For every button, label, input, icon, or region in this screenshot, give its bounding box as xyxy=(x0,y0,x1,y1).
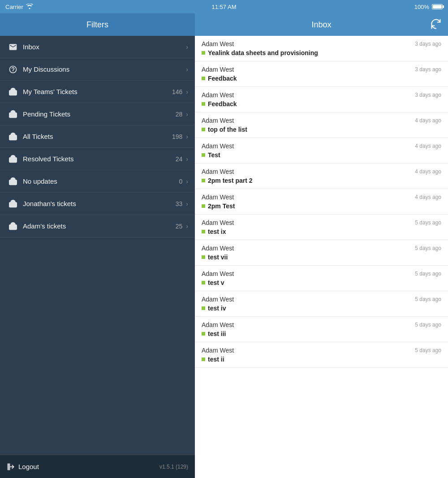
inbox-time: 5 days ago xyxy=(415,347,441,353)
inbox-item[interactable]: Adam West 3 days ago Yealink data sheets… xyxy=(195,36,448,61)
inbox-item[interactable]: Adam West 5 days ago test vii xyxy=(195,240,448,266)
inbox-item[interactable]: Adam West 5 days ago test iv xyxy=(195,291,448,317)
status-dot xyxy=(202,102,205,106)
jonathans-tickets-chevron-icon: › xyxy=(186,200,188,207)
status-dot xyxy=(202,230,205,233)
inbox-item[interactable]: Adam West 4 days ago 2pm test part 2 xyxy=(195,164,448,189)
sidebar-label-pending-tickets: Pending Tickets xyxy=(19,110,176,118)
status-dot xyxy=(202,306,205,310)
resolved-tickets-chevron-icon: › xyxy=(186,155,188,163)
inbox-subject-text: top of the list xyxy=(208,126,247,133)
inbox-subject-text: test ii xyxy=(208,356,224,363)
my-teams-tickets-chevron-icon: › xyxy=(186,88,188,95)
sidebar-label-my-discussions: My Discussions xyxy=(19,65,186,73)
sidebar-items: Inbox › My Discussions › xyxy=(0,36,195,455)
sidebar-label-resolved-tickets: Resolved Tickets xyxy=(19,155,176,163)
inbox-item-header: Adam West 4 days ago xyxy=(202,194,441,201)
inbox-item[interactable]: Adam West 4 days ago Test xyxy=(195,138,448,164)
inbox-item[interactable]: Adam West 4 days ago 2pm Test xyxy=(195,189,448,215)
app-container: Filters Inbox xyxy=(0,13,448,478)
inbox-subject-text: Test xyxy=(208,151,220,159)
inbox-time: 5 days ago xyxy=(415,220,441,226)
sidebar-label-inbox: Inbox xyxy=(19,43,186,51)
all-tickets-count: 198 xyxy=(172,133,182,140)
sidebar-item-jonathans-tickets[interactable]: Jonathan's tickets 33 › xyxy=(0,193,195,215)
inbox-subject: Test xyxy=(202,151,441,159)
inbox-sender: Adam West xyxy=(202,168,234,175)
status-dot xyxy=(202,51,205,55)
sidebar-item-all-tickets[interactable]: All Tickets 198 › xyxy=(0,125,195,148)
inbox-sender: Adam West xyxy=(202,347,234,354)
inbox-time: 5 days ago xyxy=(415,245,441,251)
discussions-icon xyxy=(7,65,19,74)
inbox-item[interactable]: Adam West 5 days ago test ix xyxy=(195,215,448,240)
status-dot xyxy=(202,128,205,131)
content: Inbox › My Discussions › xyxy=(0,36,448,478)
logout-button[interactable]: Logout xyxy=(7,463,39,471)
inbox-item[interactable]: Adam West 5 days ago test v xyxy=(195,266,448,291)
inbox-item[interactable]: Adam West 4 days ago top of the list xyxy=(195,112,448,138)
inbox-sender: Adam West xyxy=(202,321,234,328)
inbox-subject: top of the list xyxy=(202,126,441,133)
inbox-item-header: Adam West 3 days ago xyxy=(202,91,441,99)
inbox-item[interactable]: Adam West 5 days ago test ii xyxy=(195,342,448,368)
inbox-item[interactable]: Adam West 3 days ago Feedback xyxy=(195,87,448,112)
refresh-button[interactable] xyxy=(431,19,441,31)
pending-tickets-chevron-icon: › xyxy=(186,111,188,118)
status-dot xyxy=(202,332,205,336)
status-right: 100% xyxy=(414,4,443,10)
inbox-list: Adam West 3 days ago Yealink data sheets… xyxy=(195,36,448,478)
inbox-subject: Yealink data sheets and provisioning xyxy=(202,49,441,56)
inbox-item-header: Adam West 4 days ago xyxy=(202,142,441,150)
my-teams-tickets-count: 146 xyxy=(172,88,182,95)
inbox-subject-text: Feedback xyxy=(208,75,237,82)
sidebar-label-my-teams-tickets: My Teams' Tickets xyxy=(19,88,172,95)
inbox-sender: Adam West xyxy=(202,142,234,150)
inbox-item[interactable]: Adam West 3 days ago Feedback xyxy=(195,61,448,87)
sidebar-item-pending-tickets[interactable]: Pending Tickets 28 › xyxy=(0,103,195,125)
inbox-sender: Adam West xyxy=(202,117,234,124)
inbox-item-header: Adam West 5 days ago xyxy=(202,347,441,354)
resolved-tickets-count: 24 xyxy=(176,155,183,163)
inbox-time: 5 days ago xyxy=(415,322,441,328)
sidebar-item-adams-tickets[interactable]: Adam's tickets 25 › xyxy=(0,215,195,237)
ticket-icon-1 xyxy=(7,87,19,96)
inbox-time: 4 days ago xyxy=(415,143,441,149)
no-updates-count: 0 xyxy=(179,178,183,185)
version-label: v1.5.1 (129) xyxy=(159,464,188,470)
status-dot xyxy=(202,153,205,157)
sidebar-item-inbox[interactable]: Inbox › xyxy=(0,36,195,58)
inbox-item-header: Adam West 5 days ago xyxy=(202,321,441,328)
ticket-icon-6 xyxy=(7,199,19,208)
inbox-time: 3 days ago xyxy=(415,66,441,73)
sidebar-item-my-discussions[interactable]: My Discussions › xyxy=(0,58,195,81)
ticket-icon-4 xyxy=(7,155,19,164)
inbox-sender: Adam West xyxy=(202,66,234,73)
inbox-subject-text: test iv xyxy=(208,305,226,312)
inbox-item[interactable]: Adam West 5 days ago test iii xyxy=(195,317,448,342)
sidebar-label-jonathans-tickets: Jonathan's tickets xyxy=(19,200,176,207)
sidebar-item-my-teams-tickets[interactable]: My Teams' Tickets 146 › xyxy=(0,81,195,103)
sidebar-item-resolved-tickets[interactable]: Resolved Tickets 24 › xyxy=(0,148,195,170)
sidebar-label-no-updates: No updates xyxy=(19,177,179,185)
inbox-item-header: Adam West 5 days ago xyxy=(202,270,441,277)
inbox-subject-text: test ix xyxy=(208,228,226,235)
sidebar-item-no-updates[interactable]: No updates 0 › xyxy=(0,170,195,193)
inbox-sender: Adam West xyxy=(202,40,234,47)
inbox-time: 5 days ago xyxy=(415,271,441,277)
sidebar: Inbox › My Discussions › xyxy=(0,36,195,478)
inbox-subject: test iv xyxy=(202,305,441,312)
battery-icon xyxy=(432,4,443,9)
inbox-sender: Adam West xyxy=(202,245,234,252)
inbox-subject: test ii xyxy=(202,356,441,363)
logout-icon xyxy=(7,463,15,471)
adams-tickets-chevron-icon: › xyxy=(186,223,188,230)
ticket-icon-5 xyxy=(7,177,19,186)
pending-tickets-count: 28 xyxy=(176,111,183,118)
all-tickets-chevron-icon: › xyxy=(186,133,188,140)
inbox-subject-text: 2pm Test xyxy=(208,202,235,210)
inbox-time: 4 days ago xyxy=(415,168,441,175)
wifi-icon xyxy=(26,4,33,10)
headers: Filters Inbox xyxy=(0,13,448,36)
svg-rect-7 xyxy=(8,463,10,470)
